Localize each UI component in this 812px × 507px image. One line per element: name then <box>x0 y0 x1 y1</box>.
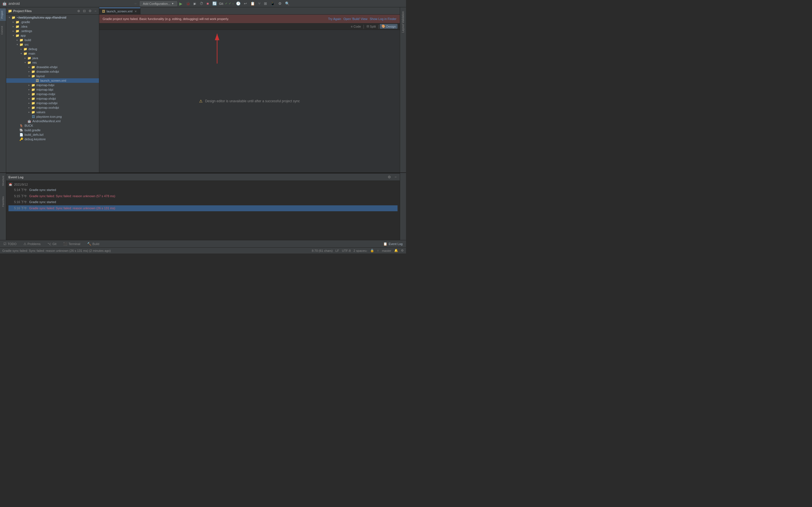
tree-item-drawable-xxhdpi[interactable]: ▸ 📁 drawable-xxhdpi <box>6 69 99 74</box>
project-activity-tab[interactable]: Project <box>0 8 6 21</box>
tree-item-mipmap-xxxhdpi[interactable]: ▸ 📁 mipmap-xxxhdpi <box>6 105 99 110</box>
tree-arrow-root: ▾ <box>7 16 11 19</box>
mipmap-xxxhdpi-folder-icon: 📁 <box>31 106 36 110</box>
indent-setting[interactable]: 2 spaces↕ <box>354 249 368 252</box>
log-text-4: Gradle sync failed: Sync failed: reason … <box>29 207 115 210</box>
debug-button[interactable]: 🐞 <box>185 1 192 6</box>
design-view-btn[interactable]: 🎨 Design <box>380 24 398 29</box>
tree-item-app[interactable]: ▾ 📁 app <box>6 33 99 38</box>
stop-button[interactable]: ■ <box>206 1 210 6</box>
buck-label: BUCK <box>24 124 33 127</box>
line-ending[interactable]: LF <box>336 249 339 252</box>
show-log-link[interactable]: Show Log in Finder <box>370 17 396 20</box>
add-config-label: Add Configuration... <box>143 2 170 5</box>
cursor-position[interactable]: 8:70 (61 chars) <box>312 249 333 252</box>
tree-item-mipmap-mdpi[interactable]: ▸ 📁 mipmap-mdpi <box>6 92 99 96</box>
event-log-tab[interactable]: 📋 Event Log <box>382 241 404 246</box>
todo-tab[interactable]: ☑ TODO <box>2 241 18 246</box>
sdk-btn[interactable]: ⚙ <box>277 1 283 6</box>
tree-item-manifest[interactable]: ▸ 🤖 AndroidManifest.xml <box>6 119 99 123</box>
coverage-button[interactable]: ▶̈ <box>193 1 197 6</box>
tree-item-res[interactable]: ▾ 📁 res <box>6 60 99 65</box>
split-view-btn[interactable]: ⊟ Split <box>365 24 377 29</box>
tree-item-debug-keystore[interactable]: ▸ 🔑 debug.keystore <box>6 137 99 142</box>
minimize-btn[interactable]: − <box>94 9 97 13</box>
log-entry-4[interactable]: 5:16 下午 Gradle sync failed: Sync failed:… <box>8 205 398 212</box>
java-label: java <box>33 56 38 60</box>
git-tab[interactable]: ⌥ Git <box>46 241 57 246</box>
code-view-btn[interactable]: ≡ Code <box>349 24 363 29</box>
tree-item-main[interactable]: ▾ 📁 main <box>6 51 99 56</box>
structure-side-tab[interactable]: Structure <box>1 174 5 188</box>
structure-label: Structure <box>2 176 4 186</box>
encoding[interactable]: UTF-8 <box>342 249 351 252</box>
event-log-settings-btn[interactable]: ⚙ <box>387 175 392 179</box>
manifest-file-icon: 🤖 <box>27 119 32 123</box>
tree-item-settings[interactable]: ▸ 📁 .settings <box>6 29 99 33</box>
settings-btn[interactable]: ⚙ <box>88 9 93 13</box>
design-unavailable-message: ⚠ Design editor is unavailable until aft… <box>199 99 300 103</box>
status-message-text: Gradle sync failed: Sync failed: reason … <box>2 249 111 252</box>
terminal-tab[interactable]: ⬛ Terminal <box>62 241 82 246</box>
tree-item-idea[interactable]: ▸ 📁 .idea <box>6 24 99 29</box>
tree-arrow-res: ▾ <box>23 61 27 64</box>
event-log-minimize-btn[interactable]: − <box>394 175 398 179</box>
sync-button[interactable]: 🔄 <box>211 1 218 6</box>
tree-item-gradle[interactable]: ▸ 📁 .gradle <box>6 20 99 24</box>
tree-item-mipmap-hdpi[interactable]: ▸ 📁 mipmap-hdpi <box>6 83 99 87</box>
device-mgr-btn[interactable]: 📱 <box>269 1 276 6</box>
layout-validation-tab[interactable]: Layout Validation <box>402 10 405 34</box>
favorites-label: Favorites <box>2 196 4 207</box>
settings-label: .settings <box>20 29 32 33</box>
build-tab[interactable]: 🔨 Build <box>86 241 100 246</box>
main-label: main <box>29 52 35 55</box>
branch-button[interactable]: ⑂ <box>257 1 262 6</box>
tree-arrow-mipmap-mdpi: ▸ <box>27 93 31 96</box>
try-again-link[interactable]: Try Again <box>328 17 341 20</box>
tree-item-src[interactable]: ▾ 📁 src <box>6 42 99 47</box>
tree-item-build-gradle[interactable]: ▸ 🐘 build.gradle <box>6 128 99 132</box>
folder-icon: 📁 <box>8 9 12 13</box>
tree-item-mipmap-ldpi[interactable]: ▸ 📁 mipmap-ldpi <box>6 87 99 92</box>
tree-item-mipmap-xhdpi[interactable]: ▸ 📁 mipmap-xhdpi <box>6 96 99 101</box>
tree-item-layout[interactable]: ▾ 📁 layout <box>6 74 99 78</box>
mipmap-mdpi-folder-icon: 📁 <box>31 92 36 96</box>
problems-tab[interactable]: ⚠ Problems <box>22 241 42 246</box>
back-btn[interactable]: ← <box>133 1 139 6</box>
rollback-button[interactable]: ↩ <box>243 1 248 6</box>
profile-button[interactable]: ⏱ <box>199 1 204 6</box>
view-separator2: | <box>378 24 379 29</box>
tab-close-btn[interactable]: ✕ <box>134 10 137 13</box>
tree-item-launch-xml[interactable]: ▸ 🖼 launch_screen.xml <box>6 78 99 83</box>
content-area: 🖼 launch_screen.xml ✕ Gradle project syn… <box>99 7 400 172</box>
commit-activity-tab[interactable]: Commit <box>0 24 6 37</box>
tree-item-java[interactable]: ▸ 📁 java <box>6 56 99 60</box>
add-configuration-button[interactable]: Add Configuration... ▼ <box>140 1 177 6</box>
event-log-right-bar <box>400 173 406 240</box>
search-everywhere-btn[interactable]: 🔍 <box>284 1 291 6</box>
vcs-button[interactable]: 📋 <box>249 1 256 6</box>
tree-item-values[interactable]: ▸ 📁 values <box>6 110 99 114</box>
tree-item-root[interactable]: ▾ 📁 ~/web/yongliu/cmv-app-rf/android <box>6 15 99 20</box>
open-build-view-link[interactable]: Open 'Build' View <box>343 17 367 20</box>
tree-item-build[interactable]: ▸ 📁 build <box>6 38 99 42</box>
add-scope-btn[interactable]: ⊕ <box>77 9 81 13</box>
tree-item-mipmap-xxhdpi[interactable]: ▸ 📁 mipmap-xxhdpi <box>6 101 99 105</box>
tree-item-debug[interactable]: ▸ 📁 debug <box>6 47 99 51</box>
drawable-xhdpi-label: drawable-xhdpi <box>36 65 57 69</box>
event-log-tab-label: Event Log <box>389 242 403 245</box>
main-area: Project Commit 📁 Project Files ⊕ ⊟ ⚙ − ▾… <box>0 7 406 172</box>
tree-item-drawable-xhdpi[interactable]: ▸ 📁 drawable-xhdpi <box>6 65 99 69</box>
commit-activity-label: Commit <box>1 26 3 35</box>
favorites-side-tab[interactable]: Favorites <box>1 194 5 209</box>
tab-launch-xml[interactable]: 🖼 launch_screen.xml ✕ <box>99 8 140 14</box>
history-button[interactable]: 🕐 <box>235 1 242 6</box>
layout-btn[interactable]: ⊞ <box>263 1 268 6</box>
git-branch-status[interactable]: master <box>382 249 391 252</box>
tree-item-buck[interactable]: ▸ 🦌 BUCK <box>6 123 99 128</box>
tree-item-build-defs[interactable]: ▸ 📄 build_defs.bzl <box>6 132 99 137</box>
collapse-all-btn[interactable]: ⊟ <box>82 9 87 13</box>
gradle-label: .gradle <box>20 20 30 24</box>
run-button[interactable]: ▶ <box>178 1 184 6</box>
tree-item-playstore-png[interactable]: ▸ 🖼 playstore-icon.png <box>6 114 99 119</box>
